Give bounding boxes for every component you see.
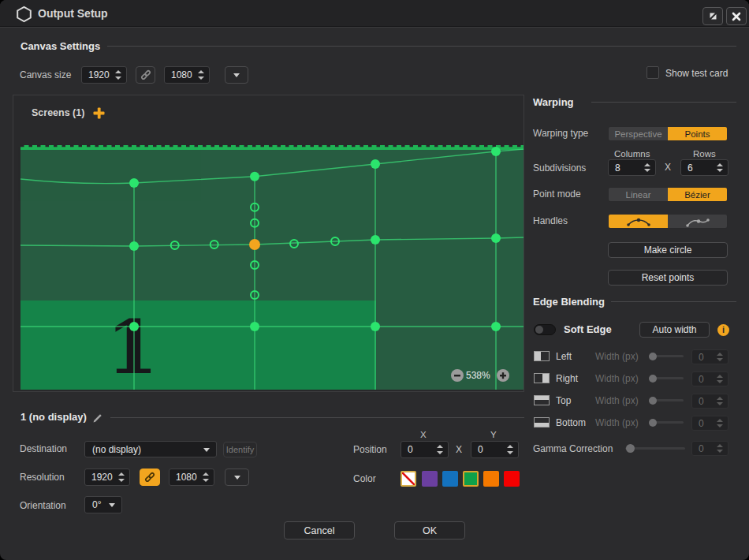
columns-value: 8	[615, 162, 620, 174]
warping-type-label: Warping type	[533, 128, 588, 139]
show-test-card-label: Show test card	[665, 68, 728, 79]
edge-right-slider-handle[interactable]	[649, 375, 657, 383]
points-button[interactable]: Points	[668, 127, 727, 140]
soft-edge-toggle[interactable]	[534, 324, 556, 335]
edge-bottom-value: 0	[699, 418, 704, 429]
zoom-level: 538%	[466, 370, 490, 381]
spinner-arrows[interactable]	[644, 160, 650, 175]
spinner-arrows[interactable]	[717, 394, 723, 408]
resize-button[interactable]	[702, 7, 723, 25]
edge-top-spinner[interactable]: 0	[691, 394, 729, 409]
edge-left-label: Left	[556, 351, 572, 362]
edge-bottom-spinner[interactable]: 0	[691, 416, 729, 431]
ok-button[interactable]: OK	[394, 521, 465, 539]
orientation-dropdown[interactable]: 0°	[84, 496, 122, 513]
close-icon	[732, 12, 741, 21]
position-x-spinner[interactable]: 0	[401, 441, 449, 458]
color-swatch-orange[interactable]	[483, 471, 499, 487]
edge-left-width-label: Width (px)	[595, 351, 639, 362]
linear-button[interactable]: Linear	[609, 188, 668, 201]
zoom-controls[interactable]: 538%	[451, 369, 509, 382]
broken-handles-icon	[683, 215, 713, 228]
canvas-size-preset-dropdown[interactable]	[225, 66, 248, 84]
link-icon	[143, 471, 156, 483]
edge-left-spinner[interactable]: 0	[691, 349, 729, 364]
chevron-down-icon	[203, 448, 210, 452]
edge-bottom-slider-handle[interactable]	[649, 419, 657, 427]
resolution-height-spinner[interactable]: 1080	[169, 469, 214, 486]
edge-bottom-icon	[534, 417, 550, 427]
warp-canvas[interactable]: 1	[13, 131, 524, 391]
canvas-size-link-button[interactable]	[136, 66, 155, 84]
resolution-width-spinner[interactable]: 1920	[84, 469, 130, 486]
canvas-size-label: Canvas size	[20, 69, 71, 80]
edit-pencil-icon[interactable]	[91, 412, 104, 424]
chevron-down-icon	[233, 73, 240, 77]
cancel-button[interactable]: Cancel	[284, 521, 355, 539]
resolution-width-value: 1920	[91, 472, 113, 483]
spinner-arrows[interactable]	[198, 67, 204, 83]
screens-header: Screens (1)	[13, 95, 524, 131]
handles-label: Handles	[533, 215, 568, 226]
spinner-arrows[interactable]	[115, 67, 121, 83]
edge-right-width-label: Width (px)	[595, 373, 639, 384]
spinner-arrows[interactable]	[203, 469, 209, 485]
bezier-button[interactable]: Bézier	[668, 188, 727, 201]
rows-spinner[interactable]: 6	[680, 159, 729, 176]
resize-icon	[708, 11, 718, 21]
color-swatch-red[interactable]	[504, 471, 520, 487]
canvas-width-spinner[interactable]: 1920	[81, 66, 127, 84]
reset-points-button[interactable]: Reset points	[608, 270, 728, 286]
edge-right-spinner[interactable]: 0	[691, 371, 729, 386]
gamma-slider-handle[interactable]	[626, 444, 635, 453]
edge-top-icon	[534, 395, 550, 405]
toggle-knob	[535, 326, 543, 334]
position-y-spinner[interactable]: 0	[471, 441, 519, 458]
spinner-arrows[interactable]	[717, 350, 723, 364]
canvas-height-spinner[interactable]: 1080	[164, 66, 210, 84]
color-swatch-none[interactable]	[401, 471, 416, 487]
spinner-arrows[interactable]	[717, 372, 723, 386]
canvas-preview[interactable]: Screens (1) 1	[13, 95, 524, 392]
show-test-card-checkbox[interactable]	[647, 66, 659, 79]
handles-symmetric-button[interactable]	[609, 215, 668, 228]
gamma-value: 0	[699, 443, 704, 454]
add-screen-button[interactable]	[93, 107, 105, 119]
canvas-settings-heading: Canvas Settings	[20, 40, 100, 52]
make-circle-button[interactable]: Make circle	[608, 242, 728, 258]
edge-left-icon	[534, 351, 550, 361]
columns-spinner[interactable]: 8	[608, 159, 656, 176]
resolution-preset-dropdown[interactable]	[225, 469, 249, 486]
handles-broken-button[interactable]	[668, 215, 727, 228]
spinner-arrows[interactable]	[717, 160, 723, 175]
selected-control-point[interactable]	[249, 239, 260, 250]
display-heading: 1 (no display)	[20, 411, 87, 423]
position-x-header: X	[420, 430, 427, 439]
edge-left-slider-handle[interactable]	[649, 353, 657, 360]
color-swatch-purple[interactable]	[422, 471, 438, 487]
auto-width-button[interactable]: Auto width	[639, 322, 710, 338]
output-setup-dialog: Output Setup Canvas Settings Canvas size…	[0, 0, 749, 560]
spinner-arrows[interactable]	[717, 416, 723, 430]
gamma-spinner[interactable]: 0	[691, 441, 729, 456]
info-icon[interactable]: i	[717, 324, 729, 336]
spinner-arrows[interactable]	[717, 442, 723, 455]
edge-bottom-label: Bottom	[556, 417, 586, 428]
spinner-arrows[interactable]	[118, 469, 125, 485]
identify-button[interactable]: Identify	[223, 442, 257, 457]
spinner-arrows[interactable]	[507, 442, 513, 457]
destination-dropdown[interactable]: (no display)	[84, 441, 217, 457]
close-button[interactable]	[726, 7, 747, 25]
spinner-arrows[interactable]	[437, 442, 443, 457]
screen-area-light	[20, 301, 376, 390]
window-title: Output Setup	[38, 7, 108, 20]
color-swatch-green-selected[interactable]	[463, 471, 479, 487]
edge-top-slider-handle[interactable]	[649, 397, 657, 405]
color-swatch-blue[interactable]	[442, 471, 458, 487]
resolution-link-button[interactable]	[140, 469, 160, 486]
destination-value: (no display)	[92, 444, 141, 455]
edge-bottom-width-label: Width (px)	[595, 417, 639, 428]
chevron-down-icon	[109, 503, 115, 507]
perspective-button[interactable]: Perspective	[609, 127, 668, 140]
color-label: Color	[353, 473, 376, 484]
